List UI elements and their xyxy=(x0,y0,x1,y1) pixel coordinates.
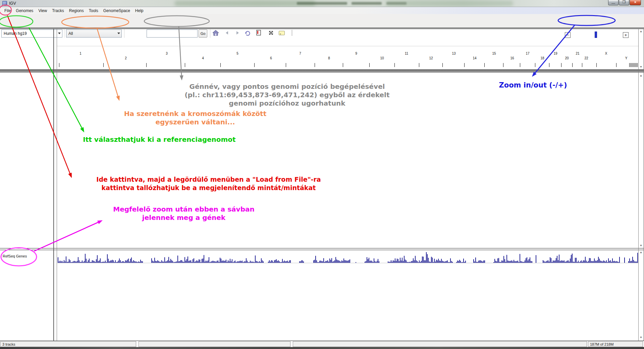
chromosome-boundary-tick xyxy=(630,63,631,67)
scroll-up-button[interactable]: ▲ xyxy=(640,251,642,254)
menu-item-help[interactable]: Help xyxy=(133,8,146,14)
chromosome-boundary-tick xyxy=(616,63,616,67)
igv-window: IGV — ❒ × FileGenomesViewTracksRegionsTo… xyxy=(0,0,644,349)
scroll-up-button[interactable]: ▲ xyxy=(640,30,642,33)
igv-app-icon xyxy=(2,1,7,6)
chromosome-boundary-tick xyxy=(596,63,597,67)
chromosome-label-6[interactable]: 6 xyxy=(270,56,272,60)
scroll-up-button[interactable]: ▲ xyxy=(640,74,642,77)
chromosome-boundary-tick xyxy=(633,63,634,67)
chromosome-boundary-tick xyxy=(369,63,370,67)
chromosome-boundary-tick xyxy=(582,63,582,67)
chromosome-boundary-tick xyxy=(635,63,636,67)
chromosome-boundary-tick xyxy=(636,63,637,67)
chromosome-boundary-tick xyxy=(561,63,561,67)
menu-item-tools[interactable]: Tools xyxy=(87,8,101,14)
chromosome-label-17[interactable]: 17 xyxy=(526,52,529,55)
status-segment xyxy=(139,341,290,347)
menu-item-genomespace[interactable]: GenomeSpace xyxy=(101,8,132,14)
status-segment xyxy=(293,341,587,347)
chromosome-boundary-tick xyxy=(520,63,520,67)
chromosome-boundary-tick xyxy=(503,63,503,67)
panel-border xyxy=(0,341,644,341)
chromosome-boundary-tick xyxy=(442,63,443,67)
data-panel[interactable] xyxy=(57,73,638,248)
chromosome-label-21[interactable]: 21 xyxy=(576,52,579,55)
chromosome-label-8[interactable]: 8 xyxy=(328,56,330,60)
chromosome-boundary-tick xyxy=(637,63,638,67)
chromosome-label-11[interactable]: 11 xyxy=(405,52,408,55)
chromosome-boundary-tick xyxy=(419,63,419,67)
chromosome-boundary-tick xyxy=(185,63,185,67)
status-memory: 187M of 218M xyxy=(588,341,643,347)
scrollbar-border xyxy=(643,29,644,341)
chromosome-label-2[interactable]: 2 xyxy=(125,56,127,60)
chromosome-boundary-tick xyxy=(631,63,632,67)
chromosome-label-12[interactable]: 12 xyxy=(429,56,433,60)
chromosome-label-14[interactable]: 14 xyxy=(473,56,476,60)
chromosome-label-7[interactable]: 7 xyxy=(299,52,301,55)
chromosome-boundary-tick xyxy=(343,63,343,67)
chromosome-boundary-tick xyxy=(549,63,549,67)
chromosome-label-18[interactable]: 18 xyxy=(540,56,544,60)
background-window-text-smudge xyxy=(386,2,407,5)
window-title: IGV xyxy=(9,1,16,6)
toolbar: Human hg19 All Go − xyxy=(0,14,644,27)
menu-item-regions[interactable]: Regions xyxy=(67,8,86,14)
menu-item-view[interactable]: View xyxy=(36,8,49,14)
taskbar-sliver xyxy=(0,347,644,349)
chromosome-ruler-panel: 12345678910111213141516171819202122XY xyxy=(0,29,644,69)
chromosome-boundary-tick xyxy=(146,63,147,67)
chromosome-label-19[interactable]: 19 xyxy=(553,52,557,55)
minimize-button[interactable]: — xyxy=(608,0,619,5)
status-tracks: 3 tracks xyxy=(0,341,136,347)
background-window-haze xyxy=(174,1,315,6)
title-bar: IGV — ❒ × xyxy=(0,0,644,7)
chromosome-label-4[interactable]: 4 xyxy=(202,56,204,60)
ruler-line xyxy=(57,46,638,46)
chromosome-boundary-tick xyxy=(394,63,395,67)
menu-item-tracks[interactable]: Tracks xyxy=(50,8,66,14)
chromosome-boundary-tick xyxy=(254,63,255,67)
chromosome-label-Y[interactable]: Y xyxy=(625,56,628,60)
chromosome-boundary-tick xyxy=(535,63,535,67)
menu-item-file[interactable]: File xyxy=(2,8,13,14)
chromosome-label-22[interactable]: 22 xyxy=(584,56,588,60)
close-button[interactable]: × xyxy=(630,0,641,5)
chromosome-boundary-tick xyxy=(103,63,104,67)
scroll-down-button[interactable]: ▼ xyxy=(640,336,642,339)
chromosome-boundary-tick xyxy=(634,63,635,67)
gene-density-histogram[interactable] xyxy=(0,250,644,270)
chromosome-label-16[interactable]: 16 xyxy=(510,56,514,60)
chromosome-boundary-tick xyxy=(632,63,633,67)
restore-button[interactable]: ❒ xyxy=(619,0,629,5)
chromosome-boundary-tick xyxy=(629,63,630,67)
name-panel-border xyxy=(53,29,54,341)
chromosome-boundary-tick xyxy=(59,63,59,67)
data-panel-border xyxy=(57,29,57,341)
scroll-down-button[interactable]: ▼ xyxy=(640,244,642,247)
chromosome-label-1[interactable]: 1 xyxy=(79,52,82,55)
chromosome-boundary-tick xyxy=(464,63,465,67)
chromosome-boundary-tick xyxy=(220,63,221,67)
chromosome-label-3[interactable]: 3 xyxy=(166,52,168,55)
chromosome-boundary-tick xyxy=(315,63,315,67)
background-window-text-smudge xyxy=(352,2,382,5)
chromosome-label-X[interactable]: X xyxy=(605,52,607,55)
chromosome-boundary-tick xyxy=(484,63,485,67)
chromosome-boundary-tick xyxy=(286,63,286,67)
chromosome-label-9[interactable]: 9 xyxy=(355,52,357,55)
scroll-down-button[interactable]: ▼ xyxy=(640,66,642,68)
panel-separator xyxy=(0,69,644,73)
menu-item-genomes[interactable]: Genomes xyxy=(13,8,36,14)
menu-bar: FileGenomesViewTracksRegionsToolsGenomeS… xyxy=(0,7,644,14)
chromosome-label-20[interactable]: 20 xyxy=(565,56,569,60)
chromosome-label-13[interactable]: 13 xyxy=(452,52,455,55)
chromosome-label-10[interactable]: 10 xyxy=(380,56,384,60)
chromosome-boundary-tick xyxy=(572,63,573,67)
data-panel-border xyxy=(638,29,639,341)
panel-border xyxy=(0,248,644,248)
chromosome-label-5[interactable]: 5 xyxy=(236,52,238,55)
chromosome-label-15[interactable]: 15 xyxy=(492,52,496,55)
background-window-text-smudge xyxy=(297,2,347,5)
